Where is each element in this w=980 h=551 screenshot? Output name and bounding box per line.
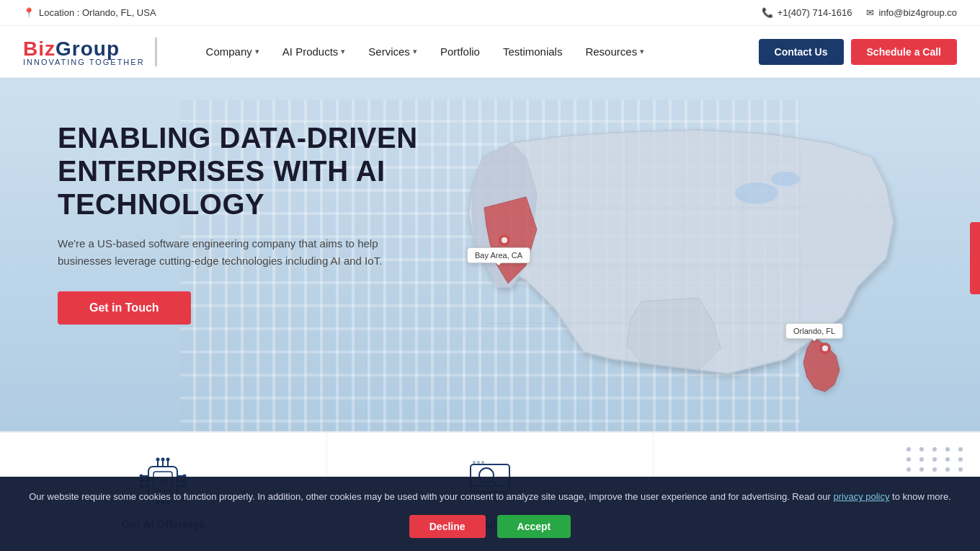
nav-label-resources: Resources xyxy=(585,45,637,58)
get-in-touch-button[interactable]: Get in Touch xyxy=(58,291,191,325)
hero-content: ENABLING DATA-DRIVEN ENTERPRISES WITH AI… xyxy=(58,121,432,325)
nav-links: Company ▾ AI Products ▾ Services ▾ Portf… xyxy=(196,40,750,63)
cookie-banner: Our website require some cookies to func… xyxy=(0,477,980,551)
phone-link[interactable]: 📞 +1(407) 714-1616 xyxy=(762,7,852,18)
hero-title: ENABLING DATA-DRIVEN ENTERPRISES WITH AI… xyxy=(58,121,432,221)
dot-10 xyxy=(958,457,963,462)
nav-item-resources[interactable]: Resources ▾ xyxy=(575,40,654,63)
logo-group-span: Group xyxy=(55,38,120,60)
svg-point-49 xyxy=(481,461,484,464)
svg-point-37 xyxy=(166,457,170,461)
phone-number: +1(407) 714-1616 xyxy=(778,7,852,18)
logo-box: BizGroup INNOVATING TOGETHER xyxy=(23,38,157,66)
dot-14 xyxy=(945,467,950,472)
contact-us-button[interactable]: Contact Us xyxy=(759,39,844,65)
email-icon: ✉ xyxy=(866,7,874,18)
svg-point-36 xyxy=(161,457,165,461)
cookie-suffix: to know more. xyxy=(892,491,951,502)
dot-3 xyxy=(932,447,937,451)
nav-label-services: Services xyxy=(368,45,410,58)
nav-label-testimonials: Testimonials xyxy=(503,45,563,58)
location-pin-icon: 📍 xyxy=(23,7,35,18)
cookie-text: Our website require some cookies to func… xyxy=(29,490,951,505)
email-address: info@biz4group.co xyxy=(878,7,957,18)
decline-button[interactable]: Decline xyxy=(409,515,486,538)
phone-icon: 📞 xyxy=(762,7,773,18)
chevron-down-icon: ▾ xyxy=(255,47,259,56)
map-container: Bay Area, CA Orlando, FL xyxy=(418,100,937,410)
dot-1 xyxy=(906,447,911,451)
svg-point-8 xyxy=(735,182,778,204)
dot-13 xyxy=(932,467,937,472)
dot-6 xyxy=(906,457,911,462)
map-pin-bay-area: Bay Area, CA xyxy=(467,247,530,263)
bay-area-label: Bay Area, CA xyxy=(475,251,522,260)
hero-description: We're a US-based software engineering co… xyxy=(58,235,404,270)
cookie-buttons: Decline Accept xyxy=(409,515,571,538)
dot-2 xyxy=(919,447,924,451)
location-info: 📍 Location : Orlando, FL, USA xyxy=(23,7,156,18)
dot-11 xyxy=(906,467,911,472)
dot-15 xyxy=(958,467,963,472)
chevron-down-icon-ai: ▾ xyxy=(341,47,345,56)
nav-item-ai-products[interactable]: AI Products ▾ xyxy=(272,40,356,63)
hero-section: Bay Area, CA Orlando, FL ENABLING DATA-D… xyxy=(0,78,980,431)
dot-5 xyxy=(958,447,963,451)
accept-button[interactable]: Accept xyxy=(497,515,571,538)
nav-label-company: Company xyxy=(206,45,252,58)
nav-label-ai-products: AI Products xyxy=(282,45,339,58)
svg-point-47 xyxy=(473,461,476,464)
nav-item-company[interactable]: Company ▾ xyxy=(196,40,270,63)
svg-point-9 xyxy=(771,172,800,186)
logo[interactable]: BizGroup INNOVATING TOGETHER xyxy=(23,38,167,66)
location-text: Location : Orlando, FL, USA xyxy=(39,7,156,18)
navbar: BizGroup INNOVATING TOGETHER Company ▾ A… xyxy=(0,26,980,78)
contact-info: 📞 +1(407) 714-1616 ✉ info@biz4group.co xyxy=(762,7,957,18)
dot-8 xyxy=(932,457,937,462)
cookie-message: Our website require some cookies to func… xyxy=(29,491,831,502)
svg-point-35 xyxy=(156,457,160,461)
map-pin-orlando: Orlando, FL xyxy=(785,323,843,339)
dot-9 xyxy=(945,457,950,462)
logo-biz-span: Biz xyxy=(23,38,55,60)
us-map: Bay Area, CA Orlando, FL xyxy=(418,100,937,410)
side-tab xyxy=(970,222,980,294)
nav-item-testimonials[interactable]: Testimonials xyxy=(493,40,573,63)
nav-label-portfolio: Portfolio xyxy=(440,45,480,58)
logo-innovating: INNOVATING TOGETHER xyxy=(23,58,145,66)
svg-point-13 xyxy=(822,345,828,351)
top-bar: 📍 Location : Orlando, FL, USA 📞 +1(407) … xyxy=(0,0,980,26)
chevron-down-icon-resources: ▾ xyxy=(640,47,644,56)
nav-item-services[interactable]: Services ▾ xyxy=(358,40,427,63)
dot-4 xyxy=(945,447,950,451)
svg-point-48 xyxy=(477,461,480,464)
dot-12 xyxy=(919,467,924,472)
nav-item-portfolio[interactable]: Portfolio xyxy=(430,40,490,63)
schedule-call-button[interactable]: Schedule a Call xyxy=(851,39,957,65)
dot-7 xyxy=(919,457,924,462)
nav-buttons: Contact Us Schedule a Call xyxy=(759,39,957,65)
svg-point-11 xyxy=(502,237,507,243)
email-link[interactable]: ✉ info@biz4group.co xyxy=(866,7,957,18)
orlando-label: Orlando, FL xyxy=(793,327,835,335)
chevron-down-icon-services: ▾ xyxy=(413,47,417,56)
privacy-policy-link[interactable]: privacy policy xyxy=(833,491,889,502)
dots-decoration xyxy=(906,447,966,472)
